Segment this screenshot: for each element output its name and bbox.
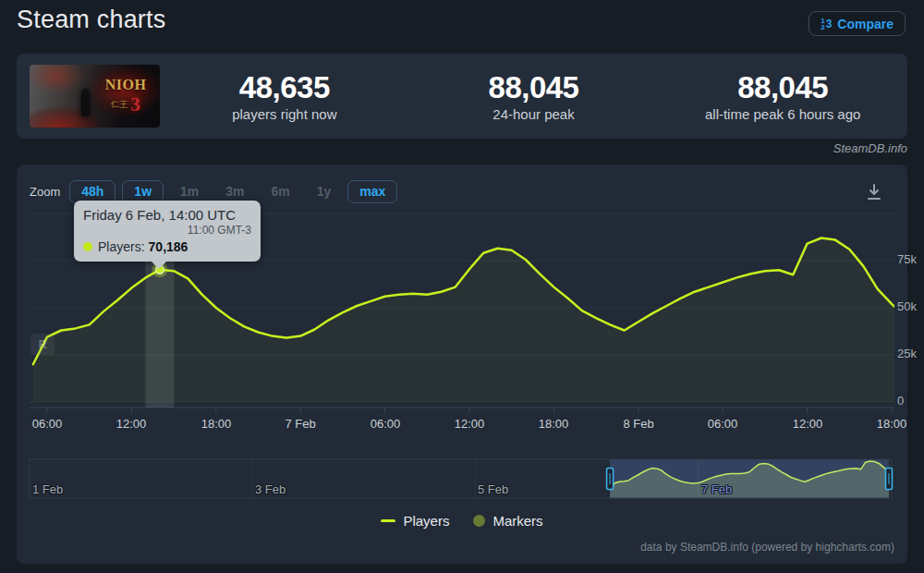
tooltip-date: Friday 6 Feb, 14:00 UTC [83, 207, 251, 223]
stat-value: 88,045 [409, 70, 659, 105]
game-capsule-image[interactable]: NIOH 仁王 3 [30, 65, 160, 128]
game-logo-kanji: 仁王 [111, 101, 128, 109]
stat-block: 88,04524-hour peak [409, 70, 659, 122]
steamdb-watermark: SteamDB.info [833, 141, 907, 155]
chart-card: Zoom 48h1w1m3m6m1ymax 75k50k25k006:0012:… [17, 165, 907, 564]
players-series-dot-icon [83, 242, 92, 251]
stat-value: 88,045 [658, 70, 907, 105]
legend-label: Players [403, 513, 449, 529]
legend-label: Markers [492, 513, 542, 529]
game-logo-number: 3 [130, 95, 140, 115]
compare-button[interactable]: 123 Compare [808, 11, 906, 36]
zoom-label: Zoom [30, 185, 60, 199]
navigator-right-handle[interactable] [884, 466, 894, 492]
stats-row: 48,635players right now88,04524-hour pea… [160, 70, 907, 122]
stat-block: 48,635players right now [160, 70, 409, 122]
stat-label: 24-hour peak [409, 106, 659, 122]
stat-block: 88,045all-time peak 6 hours ago [658, 70, 907, 122]
chart-legend: PlayersMarkers [17, 513, 907, 529]
players-line-swatch-icon [381, 519, 395, 522]
game-logo-name: NIOH [95, 78, 156, 92]
steamdb-charts-page: Steam charts 123 Compare NIOH 仁王 3 48,63… [0, 0, 924, 573]
tooltip-series-label: Players: [98, 239, 145, 254]
navigator-selected-range[interactable] [610, 459, 889, 498]
samurai-silhouette [81, 89, 90, 116]
markers-dot-swatch-icon [473, 515, 485, 527]
compare-button-label: Compare [837, 17, 894, 31]
ghost-badge: R [30, 334, 55, 355]
download-icon[interactable] [863, 181, 885, 206]
tooltip-local-time: 11:00 GMT-3 [83, 224, 251, 237]
compare-numbers-icon: 123 [821, 18, 832, 30]
legend-item-players[interactable]: Players [381, 513, 449, 529]
zoom-range-1y: 1y [307, 180, 342, 203]
legend-item-markers[interactable]: Markers [473, 513, 542, 529]
game-logo: NIOH 仁王 3 [95, 78, 156, 115]
page-title: Steam charts [17, 6, 165, 34]
tooltip-players-value: 70,186 [149, 239, 188, 254]
stat-label: all-time peak 6 hours ago [658, 106, 907, 122]
stat-label: players right now [160, 106, 409, 122]
zoom-range-6m: 6m [261, 180, 300, 203]
zoom-range-max[interactable]: max [347, 180, 397, 203]
chart-tooltip: Friday 6 Feb, 14:00 UTC 11:00 GMT-3 Play… [74, 201, 261, 262]
navigator-left-handle[interactable] [605, 466, 614, 492]
stats-card: NIOH 仁王 3 48,635players right now88,0452… [17, 54, 907, 139]
chart-credits: data by SteamDB.info (powered by highcha… [640, 541, 894, 554]
stat-value: 48,635 [160, 70, 409, 105]
